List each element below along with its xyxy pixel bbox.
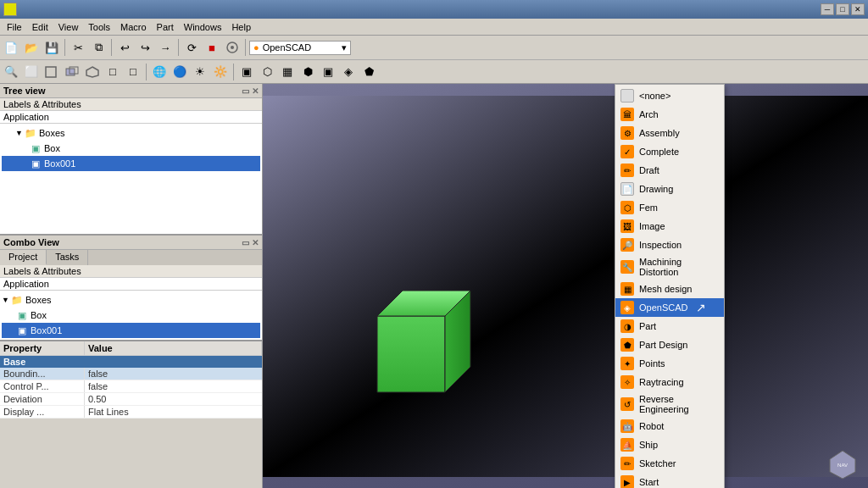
tb-extra4[interactable]: ⬢ bbox=[298, 63, 317, 81]
tree-item-boxes[interactable]: ▼ 📁 Boxes bbox=[2, 125, 260, 141]
tb-extra6[interactable]: ◈ bbox=[339, 63, 358, 81]
nav-cube[interactable]: NAV bbox=[826, 446, 860, 480]
props-row-bounding[interactable]: Boundin... false bbox=[0, 368, 262, 380]
dropdown-item-label: Sketcher bbox=[639, 458, 676, 469]
tb-new[interactable]: 📄 bbox=[2, 38, 20, 57]
dropdown-item-partdesign[interactable]: ⬟ Part Design bbox=[615, 336, 724, 354]
dropdown-item-start[interactable]: ▶ Start bbox=[615, 473, 724, 488]
dropdown-item-complete[interactable]: ✓ Complete bbox=[615, 142, 724, 161]
tree-view-header: Tree view ▭ ✕ bbox=[0, 84, 262, 98]
tb-sun[interactable]: ☀ bbox=[191, 63, 209, 81]
tb-view-right[interactable]: □ bbox=[103, 63, 122, 81]
tb-extra1[interactable]: ▣ bbox=[237, 63, 256, 81]
combo-view-title: Combo View bbox=[3, 237, 59, 247]
combo-item-box001[interactable]: ▣ Box001 bbox=[2, 323, 260, 338]
close-button[interactable]: ✕ bbox=[851, 3, 865, 15]
dropdown-item-label: Drawing bbox=[639, 184, 673, 194]
menu-file[interactable]: File bbox=[2, 20, 27, 34]
menu-part[interactable]: Part bbox=[152, 20, 179, 34]
props-row-control[interactable]: Control P... false bbox=[0, 380, 262, 393]
tb-view-box[interactable]: ⬜ bbox=[22, 63, 41, 81]
props-val: false bbox=[85, 380, 262, 392]
tb-stop[interactable]: ■ bbox=[203, 38, 221, 57]
dropdown-item-drawing[interactable]: 📄 Drawing bbox=[615, 180, 724, 198]
tb-cut[interactable]: ✂ bbox=[69, 38, 87, 57]
drawing-icon: 📄 bbox=[620, 182, 634, 196]
dropdown-item-label: Inspection bbox=[639, 240, 682, 250]
props-row-display[interactable]: Display ... Flat Lines bbox=[0, 406, 262, 419]
dropdown-item-arch[interactable]: 🏛 Arch bbox=[615, 105, 724, 124]
tb-view-front[interactable] bbox=[42, 63, 61, 81]
tb-extra5[interactable]: ▣ bbox=[319, 63, 337, 81]
dropdown-item-points[interactable]: ✦ Points bbox=[615, 354, 724, 373]
dropdown-item-inspection[interactable]: 🔎 Inspection bbox=[615, 236, 724, 254]
maximize-button[interactable]: □ bbox=[836, 3, 849, 15]
assembly-icon: ⚙ bbox=[620, 126, 634, 140]
dropdown-item-robot[interactable]: 🤖 Robot bbox=[615, 417, 724, 435]
props-scroll[interactable]: Boundin... false Control P... false Devi… bbox=[0, 368, 262, 419]
tab-project[interactable]: Project bbox=[0, 250, 47, 265]
dropdown-item-reverse[interactable]: ↺ Reverse Engineering bbox=[615, 391, 724, 417]
dropdown-item-machining[interactable]: 🔧 Machining Distortion bbox=[615, 254, 724, 280]
workbench-dropdown[interactable]: <none> 🏛 Arch ⚙ Assembly ✓ Complete ✏ Dr… bbox=[615, 84, 725, 488]
combo-item-box[interactable]: ▣ Box bbox=[2, 308, 260, 323]
tb-zoom[interactable]: 🔍 bbox=[2, 63, 20, 81]
combo-tabs: Project Tasks bbox=[0, 250, 262, 265]
tb-redo[interactable]: ↪ bbox=[136, 38, 154, 57]
dropdown-item-fem[interactable]: ⬡ Fem bbox=[615, 198, 724, 217]
dropdown-item-mesh[interactable]: ▦ Mesh design bbox=[615, 280, 724, 298]
combo-view-header: Combo View ▭ ✕ bbox=[0, 236, 262, 250]
tb-extra7[interactable]: ⬟ bbox=[359, 63, 378, 81]
dropdown-item-ship[interactable]: ⛵ Ship bbox=[615, 435, 724, 454]
complete-icon: ✓ bbox=[620, 145, 634, 158]
dropdown-item-part[interactable]: ◑ Part bbox=[615, 317, 724, 336]
menu-windows[interactable]: Windows bbox=[179, 20, 227, 34]
panel-controls[interactable]: ▭ ✕ bbox=[242, 86, 259, 96]
window-controls[interactable]: ─ □ ✕ bbox=[821, 3, 865, 15]
combo-item-boxes[interactable]: ▼ 📁 Boxes bbox=[2, 292, 260, 308]
sep-t3 bbox=[233, 64, 234, 80]
tb-view-iso[interactable] bbox=[83, 63, 102, 81]
workbench-selector[interactable]: ● OpenSCAD ▾ bbox=[249, 41, 351, 55]
menu-view[interactable]: View bbox=[53, 20, 84, 34]
tb-view-bottom[interactable]: □ bbox=[124, 63, 142, 81]
tree-item-box001[interactable]: ▣ Box001 bbox=[2, 156, 260, 171]
tb-open[interactable]: 📂 bbox=[22, 38, 41, 57]
tree-item-box[interactable]: ▣ Box bbox=[2, 141, 260, 156]
tb-refresh[interactable]: ⟳ bbox=[182, 38, 201, 57]
tb-save[interactable]: 💾 bbox=[42, 38, 61, 57]
tree-labels-section: Labels & Attributes bbox=[0, 98, 262, 111]
props-key: Display ... bbox=[0, 406, 85, 418]
minimize-button[interactable]: ─ bbox=[821, 3, 834, 15]
dropdown-item-label: OpenSCAD bbox=[639, 302, 687, 313]
dropdown-item-raytracing[interactable]: ✧ Raytracing bbox=[615, 373, 724, 391]
menu-macro[interactable]: Macro bbox=[115, 20, 152, 34]
props-col-value: Value bbox=[85, 341, 262, 355]
tb-extra2[interactable]: ⬡ bbox=[258, 63, 276, 81]
dropdown-item-none[interactable]: <none> bbox=[615, 86, 724, 105]
dropdown-item-image[interactable]: 🖼 Image bbox=[615, 217, 724, 236]
tab-tasks[interactable]: Tasks bbox=[47, 250, 88, 265]
viewport[interactable]: <none> 🏛 Arch ⚙ Assembly ✓ Complete ✏ Dr… bbox=[263, 84, 868, 488]
dropdown-item-sketcher[interactable]: ✏ Sketcher bbox=[615, 454, 724, 473]
tb-forward[interactable]: → bbox=[156, 38, 175, 57]
tb-copy[interactable]: ⧉ bbox=[89, 38, 108, 57]
dropdown-item-draft[interactable]: ✏ Draft bbox=[615, 161, 724, 180]
dropdown-item-label: Raytracing bbox=[639, 377, 684, 387]
combo-controls[interactable]: ▭ ✕ bbox=[242, 238, 259, 247]
dropdown-item-assembly[interactable]: ⚙ Assembly bbox=[615, 124, 724, 142]
tb-globe2[interactable]: 🔵 bbox=[170, 63, 189, 81]
tb-extra3[interactable]: ▦ bbox=[278, 63, 297, 81]
tb-settings[interactable] bbox=[223, 38, 242, 57]
tb-view-top[interactable] bbox=[63, 63, 81, 81]
tb-render[interactable]: 🔆 bbox=[211, 63, 230, 81]
tb-globe[interactable]: 🌐 bbox=[150, 63, 169, 81]
props-row-deviation[interactable]: Deviation 0.50 bbox=[0, 393, 262, 406]
menu-edit[interactable]: Edit bbox=[27, 20, 53, 34]
props-val: Flat Lines bbox=[85, 406, 262, 418]
dropdown-item-openscad[interactable]: ◈ OpenSCAD ↗ bbox=[615, 298, 724, 317]
menu-help[interactable]: Help bbox=[226, 20, 256, 34]
svg-text:NAV: NAV bbox=[837, 463, 848, 468]
tb-undo[interactable]: ↩ bbox=[115, 38, 134, 57]
menu-tools[interactable]: Tools bbox=[83, 20, 115, 34]
